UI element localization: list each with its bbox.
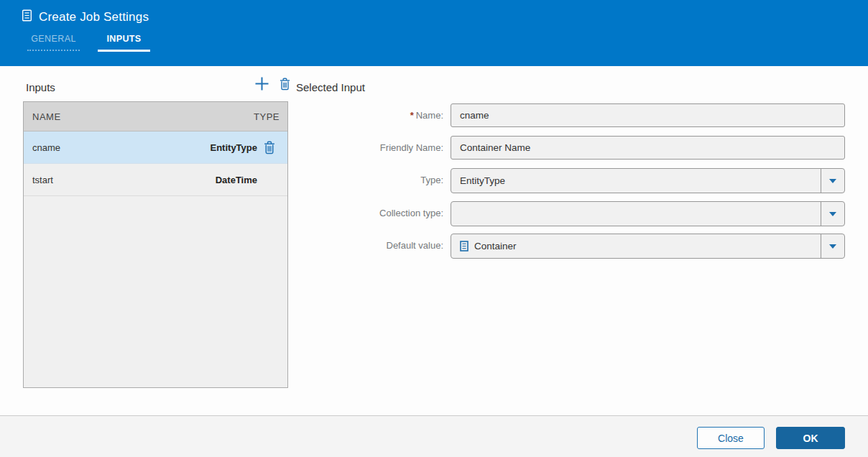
row-name: cname — [32, 142, 60, 153]
document-icon — [22, 9, 32, 24]
dialog-header: Create Job Settings GENERAL INPUTS — [0, 0, 868, 66]
tab-bar: GENERAL INPUTS — [27, 34, 150, 52]
spacer — [264, 173, 275, 186]
dialog-title: Create Job Settings — [39, 10, 149, 24]
friendly-name-field[interactable]: Container Name — [451, 136, 845, 160]
selected-input-heading: Selected Input — [296, 81, 365, 93]
add-input-button[interactable] — [253, 76, 270, 93]
plus-icon — [254, 76, 269, 93]
collection-type-dropdown[interactable] — [451, 201, 845, 226]
dropdown-button[interactable] — [821, 169, 844, 193]
entity-list-icon — [460, 241, 468, 251]
tab-inputs[interactable]: INPUTS — [98, 34, 150, 52]
close-button[interactable]: Close — [697, 427, 765, 449]
ok-button[interactable]: OK — [776, 427, 845, 449]
inputs-table: NAME TYPE cname EntityType — [23, 101, 288, 388]
title-row: Create Job Settings — [22, 9, 149, 24]
trash-icon — [280, 78, 290, 93]
column-header-name: NAME — [32, 111, 61, 122]
row-name: tstart — [32, 175, 53, 185]
name-field[interactable]: cname — [451, 103, 845, 127]
create-job-settings-dialog: Create Job Settings GENERAL INPUTS Input… — [0, 0, 868, 457]
friendly-name-label: Friendly Name: — [310, 142, 443, 153]
type-dropdown[interactable]: EntityType — [451, 168, 845, 193]
table-row-tstart[interactable]: tstart DateTime — [24, 164, 287, 196]
row-trash-icon[interactable] — [264, 141, 275, 154]
required-marker: * — [410, 110, 414, 121]
inputs-heading: Inputs — [26, 81, 55, 93]
tab-general[interactable]: GENERAL — [27, 34, 80, 52]
default-value-label: Default value: — [310, 240, 443, 251]
chevron-down-icon — [829, 212, 836, 216]
column-header-type: TYPE — [254, 111, 280, 122]
collection-type-label: Collection type: — [310, 208, 443, 218]
default-value-dropdown[interactable]: Container — [451, 234, 845, 259]
dropdown-button[interactable] — [821, 234, 844, 258]
table-row-cname[interactable]: cname EntityType — [24, 131, 287, 164]
dropdown-button[interactable] — [821, 202, 844, 226]
inputs-table-header: NAME TYPE — [24, 102, 287, 131]
chevron-down-icon — [829, 244, 836, 249]
row-type: DateTime — [216, 175, 257, 185]
name-label: *Name: — [310, 110, 443, 121]
row-type: EntityType — [211, 142, 258, 153]
chevron-down-icon — [829, 179, 836, 183]
delete-input-button[interactable] — [278, 78, 291, 92]
dialog-footer: Close OK — [0, 415, 868, 457]
type-label: Type: — [310, 175, 443, 185]
